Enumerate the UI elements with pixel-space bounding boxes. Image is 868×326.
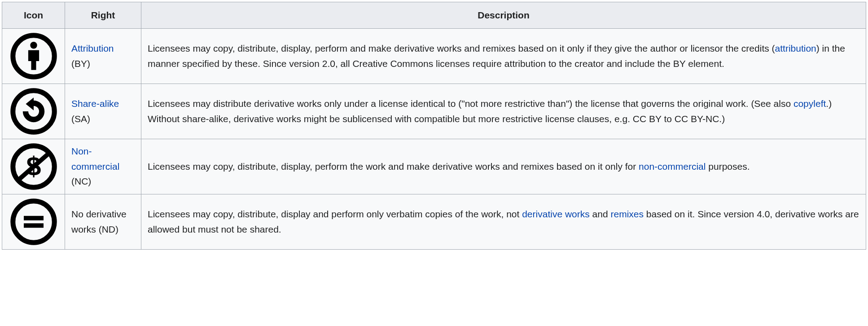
- right-cell: Attribution (BY): [65, 28, 141, 84]
- svg-point-6: [13, 201, 54, 242]
- description-text: Licensees may copy, distribute, display,…: [148, 161, 639, 172]
- table-row: Share-alike (SA)Licensees may distribute…: [2, 84, 866, 139]
- header-icon: Icon: [2, 2, 65, 29]
- right-cell: No derivative works (ND): [65, 194, 141, 249]
- header-description: Description: [141, 2, 866, 29]
- attribution-icon: [9, 31, 58, 81]
- right-cell: Non-commercial (NC): [65, 139, 141, 194]
- icon-cell: [2, 28, 65, 84]
- description-link[interactable]: copyleft: [793, 98, 826, 109]
- description-text: Licensees may distribute derivative work…: [148, 98, 793, 109]
- header-right: Right: [65, 2, 141, 29]
- description-text: Licensees may copy, distribute, display …: [148, 209, 522, 219]
- svg-rect-7: [24, 216, 44, 220]
- non-commercial-icon: $: [9, 142, 58, 191]
- right-suffix: (BY): [71, 58, 90, 69]
- right-suffix: (SA): [71, 114, 90, 124]
- description-cell: Licensees may copy, distribute, display,…: [141, 139, 866, 194]
- icon-cell: $: [2, 139, 65, 194]
- description-text: and: [590, 209, 611, 219]
- table-body: Attribution (BY)Licensees may copy, dist…: [2, 28, 866, 249]
- description-text: purposes.: [706, 161, 750, 172]
- right-cell: Share-alike (SA): [65, 84, 141, 139]
- icon-cell: [2, 84, 65, 139]
- right-link[interactable]: Share-alike: [71, 98, 119, 109]
- svg-point-1: [30, 42, 37, 48]
- right-suffix: (ND): [96, 224, 118, 234]
- description-link[interactable]: attribution: [775, 43, 816, 53]
- description-text: Licensees may copy, distribute, display,…: [148, 43, 775, 53]
- right-link[interactable]: Attribution: [71, 43, 114, 53]
- description-link[interactable]: remixes: [610, 209, 644, 219]
- svg-rect-8: [24, 223, 44, 228]
- right-suffix: (NC): [71, 176, 91, 186]
- description-link[interactable]: non-commercial: [639, 161, 706, 172]
- icon-cell: [2, 194, 65, 249]
- share-alike-icon: [9, 87, 58, 136]
- no-derivatives-icon: [9, 197, 58, 247]
- table-row: Attribution (BY)Licensees may copy, dist…: [2, 28, 866, 84]
- description-cell: Licensees may distribute derivative work…: [141, 84, 866, 139]
- right-link[interactable]: Non-commercial: [71, 146, 119, 172]
- description-cell: Licensees may copy, distribute, display,…: [141, 28, 866, 84]
- table-row: No derivative works (ND)Licensees may co…: [2, 194, 866, 249]
- description-cell: Licensees may copy, distribute, display …: [141, 194, 866, 249]
- license-rights-table: Icon Right Description Attribution (BY)L…: [2, 2, 866, 250]
- description-link[interactable]: derivative works: [522, 209, 590, 219]
- table-row: $Non-commercial (NC)Licensees may copy, …: [2, 139, 866, 194]
- svg-point-2: [13, 90, 54, 132]
